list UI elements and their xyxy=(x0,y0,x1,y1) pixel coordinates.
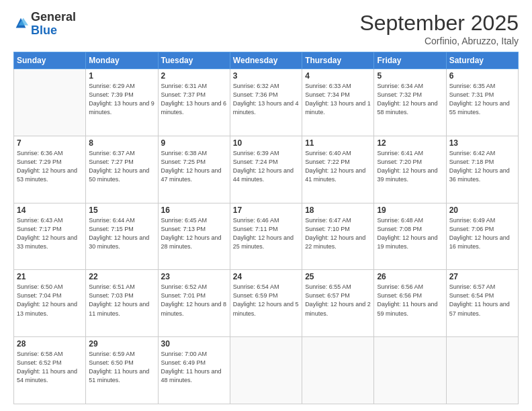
day-info: Sunrise: 6:44 AM Sunset: 7:15 PM Dayligh… xyxy=(89,216,154,251)
header: General Blue September 2025 Corfinio, Ab… xyxy=(13,11,519,46)
header-friday: Friday xyxy=(374,52,446,69)
day-info: Sunrise: 6:42 AM Sunset: 7:18 PM Dayligh… xyxy=(449,149,515,184)
day-number: 28 xyxy=(17,339,83,349)
day-number: 15 xyxy=(89,205,154,215)
table-row: 20Sunrise: 6:49 AM Sunset: 7:06 PM Dayli… xyxy=(446,203,518,270)
table-row: 19Sunrise: 6:48 AM Sunset: 7:08 PM Dayli… xyxy=(374,203,446,270)
table-row: 18Sunrise: 6:47 AM Sunset: 7:10 PM Dayli… xyxy=(302,203,374,270)
day-number: 25 xyxy=(305,272,371,281)
day-number: 26 xyxy=(377,272,443,281)
header-wednesday: Wednesday xyxy=(230,52,302,69)
table-row: 14Sunrise: 6:43 AM Sunset: 7:17 PM Dayli… xyxy=(14,203,86,270)
day-info: Sunrise: 6:54 AM Sunset: 6:59 PM Dayligh… xyxy=(233,283,299,318)
day-number: 20 xyxy=(449,205,515,215)
day-number: 12 xyxy=(377,138,443,148)
day-info: Sunrise: 6:52 AM Sunset: 7:01 PM Dayligh… xyxy=(161,283,227,318)
day-info: Sunrise: 6:59 AM Sunset: 6:50 PM Dayligh… xyxy=(89,350,154,385)
day-number: 14 xyxy=(17,205,83,215)
logo-text: General Blue xyxy=(31,11,76,38)
table-row: 15Sunrise: 6:44 AM Sunset: 7:15 PM Dayli… xyxy=(86,203,158,270)
day-number: 4 xyxy=(305,71,371,81)
day-info: Sunrise: 6:37 AM Sunset: 7:27 PM Dayligh… xyxy=(89,149,154,184)
day-number: 5 xyxy=(377,71,443,81)
day-info: Sunrise: 6:43 AM Sunset: 7:17 PM Dayligh… xyxy=(17,216,83,251)
calendar-table: Sunday Monday Tuesday Wednesday Thursday… xyxy=(13,52,519,404)
table-row: 23Sunrise: 6:52 AM Sunset: 7:01 PM Dayli… xyxy=(158,270,230,337)
table-row: 6Sunrise: 6:35 AM Sunset: 7:31 PM Daylig… xyxy=(446,69,518,136)
header-saturday: Saturday xyxy=(446,52,518,69)
header-sunday: Sunday xyxy=(14,52,86,69)
table-row xyxy=(302,337,374,404)
day-info: Sunrise: 6:33 AM Sunset: 7:34 PM Dayligh… xyxy=(305,82,371,117)
day-info: Sunrise: 6:40 AM Sunset: 7:22 PM Dayligh… xyxy=(305,149,371,184)
table-row: 24Sunrise: 6:54 AM Sunset: 6:59 PM Dayli… xyxy=(230,270,302,337)
day-info: Sunrise: 6:31 AM Sunset: 7:37 PM Dayligh… xyxy=(161,82,227,117)
logo-general: General xyxy=(31,10,76,24)
table-row xyxy=(14,69,86,136)
day-number: 29 xyxy=(89,339,154,349)
table-row: 10Sunrise: 6:39 AM Sunset: 7:24 PM Dayli… xyxy=(230,136,302,203)
day-info: Sunrise: 6:39 AM Sunset: 7:24 PM Dayligh… xyxy=(233,149,299,184)
table-row: 27Sunrise: 6:57 AM Sunset: 6:54 PM Dayli… xyxy=(446,270,518,337)
table-row: 12Sunrise: 6:41 AM Sunset: 7:20 PM Dayli… xyxy=(374,136,446,203)
table-row: 22Sunrise: 6:51 AM Sunset: 7:03 PM Dayli… xyxy=(86,270,158,337)
table-row: 30Sunrise: 7:00 AM Sunset: 6:49 PM Dayli… xyxy=(158,337,230,404)
header-monday: Monday xyxy=(86,52,158,69)
day-info: Sunrise: 6:47 AM Sunset: 7:10 PM Dayligh… xyxy=(305,216,371,251)
table-row: 8Sunrise: 6:37 AM Sunset: 7:27 PM Daylig… xyxy=(86,136,158,203)
day-info: Sunrise: 6:45 AM Sunset: 7:13 PM Dayligh… xyxy=(161,216,227,251)
table-row: 1Sunrise: 6:29 AM Sunset: 7:39 PM Daylig… xyxy=(86,69,158,136)
table-row: 11Sunrise: 6:40 AM Sunset: 7:22 PM Dayli… xyxy=(302,136,374,203)
day-info: Sunrise: 6:56 AM Sunset: 6:56 PM Dayligh… xyxy=(377,283,443,318)
header-thursday: Thursday xyxy=(302,52,374,69)
table-row: 25Sunrise: 6:55 AM Sunset: 6:57 PM Dayli… xyxy=(302,270,374,337)
header-tuesday: Tuesday xyxy=(158,52,230,69)
day-info: Sunrise: 6:50 AM Sunset: 7:04 PM Dayligh… xyxy=(17,283,83,318)
day-number: 17 xyxy=(233,205,299,215)
day-number: 23 xyxy=(161,272,227,281)
location: Corfinio, Abruzzo, Italy xyxy=(359,36,519,46)
table-row: 9Sunrise: 6:38 AM Sunset: 7:25 PM Daylig… xyxy=(158,136,230,203)
day-number: 11 xyxy=(305,138,371,148)
table-row: 16Sunrise: 6:45 AM Sunset: 7:13 PM Dayli… xyxy=(158,203,230,270)
day-info: Sunrise: 6:32 AM Sunset: 7:36 PM Dayligh… xyxy=(233,82,299,117)
table-row: 21Sunrise: 6:50 AM Sunset: 7:04 PM Dayli… xyxy=(14,270,86,337)
day-info: Sunrise: 6:36 AM Sunset: 7:29 PM Dayligh… xyxy=(17,149,83,184)
day-info: Sunrise: 6:58 AM Sunset: 6:52 PM Dayligh… xyxy=(17,350,83,385)
day-number: 30 xyxy=(161,339,227,349)
table-row: 4Sunrise: 6:33 AM Sunset: 7:34 PM Daylig… xyxy=(302,69,374,136)
table-row: 29Sunrise: 6:59 AM Sunset: 6:50 PM Dayli… xyxy=(86,337,158,404)
logo: General Blue xyxy=(13,11,76,38)
table-row: 2Sunrise: 6:31 AM Sunset: 7:37 PM Daylig… xyxy=(158,69,230,136)
day-info: Sunrise: 6:38 AM Sunset: 7:25 PM Dayligh… xyxy=(161,149,227,184)
day-number: 13 xyxy=(449,138,515,148)
day-info: Sunrise: 6:49 AM Sunset: 7:06 PM Dayligh… xyxy=(449,216,515,251)
logo-blue: Blue xyxy=(31,24,57,37)
day-number: 16 xyxy=(161,205,227,215)
day-number: 18 xyxy=(305,205,371,215)
day-number: 6 xyxy=(449,71,515,81)
day-info: Sunrise: 6:55 AM Sunset: 6:57 PM Dayligh… xyxy=(305,283,371,318)
table-row: 26Sunrise: 6:56 AM Sunset: 6:56 PM Dayli… xyxy=(374,270,446,337)
page: General Blue September 2025 Corfinio, Ab… xyxy=(0,0,532,411)
month-title: September 2025 xyxy=(359,11,519,36)
logo-icon xyxy=(13,17,28,32)
day-info: Sunrise: 6:51 AM Sunset: 7:03 PM Dayligh… xyxy=(89,283,154,318)
calendar-body: 1Sunrise: 6:29 AM Sunset: 7:39 PM Daylig… xyxy=(14,69,519,404)
table-row xyxy=(230,337,302,404)
day-info: Sunrise: 6:48 AM Sunset: 7:08 PM Dayligh… xyxy=(377,216,443,251)
day-number: 7 xyxy=(17,138,83,148)
day-info: Sunrise: 6:35 AM Sunset: 7:31 PM Dayligh… xyxy=(449,82,515,117)
day-number: 19 xyxy=(377,205,443,215)
day-number: 2 xyxy=(161,71,227,81)
table-row: 17Sunrise: 6:46 AM Sunset: 7:11 PM Dayli… xyxy=(230,203,302,270)
day-number: 22 xyxy=(89,272,154,281)
table-row xyxy=(446,337,518,404)
header-row: Sunday Monday Tuesday Wednesday Thursday… xyxy=(14,52,519,69)
day-info: Sunrise: 7:00 AM Sunset: 6:49 PM Dayligh… xyxy=(161,350,227,385)
day-info: Sunrise: 6:46 AM Sunset: 7:11 PM Dayligh… xyxy=(233,216,299,251)
day-number: 9 xyxy=(161,138,227,148)
day-info: Sunrise: 6:41 AM Sunset: 7:20 PM Dayligh… xyxy=(377,149,443,184)
day-number: 27 xyxy=(449,272,515,281)
table-row: 28Sunrise: 6:58 AM Sunset: 6:52 PM Dayli… xyxy=(14,337,86,404)
